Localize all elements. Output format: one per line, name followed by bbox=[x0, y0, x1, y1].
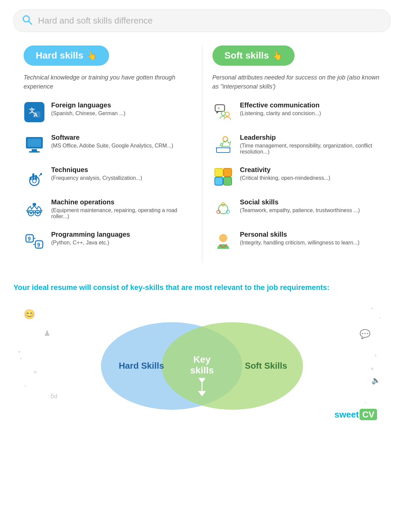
svg-rect-22 bbox=[33, 203, 36, 206]
skill-item-personal: Personal skills (Integrity, handling cri… bbox=[212, 231, 381, 252]
search-icon bbox=[22, 14, 33, 27]
skill-item-foreign: 文 A Foreign languages (Spanish, Chinese,… bbox=[24, 101, 192, 123]
venn-svg: Hard Skills Soft Skills Key skills bbox=[74, 312, 330, 413]
skill-item-techniques: Techniques (Frequency analysis, Crystall… bbox=[24, 166, 192, 188]
venn-diagram-wrapper: 😊 ♟ • × ○ бd • + • 💬 + × 🔈 ○ Hard Skills… bbox=[13, 302, 391, 423]
foreign-languages-icon: 文 A bbox=[24, 101, 45, 123]
svg-point-16 bbox=[40, 173, 42, 175]
svg-rect-37 bbox=[224, 168, 232, 176]
social-icon bbox=[212, 198, 234, 220]
bottom-section: Your ideal resume will consist of key-sk… bbox=[0, 270, 404, 423]
svg-point-31 bbox=[225, 112, 229, 116]
hard-skills-column: Hard skills 👆 Technical knowledge or tra… bbox=[13, 45, 202, 263]
venn-hard-label: Hard Skills bbox=[119, 361, 164, 371]
branding: sweetCV bbox=[335, 409, 377, 420]
personal-text: Personal skills (Integrity, handling cri… bbox=[240, 231, 360, 246]
communication-text: Effective communication (Listening, clar… bbox=[240, 101, 321, 117]
hand-icon-soft: 👆 bbox=[272, 51, 282, 60]
svg-rect-29 bbox=[215, 105, 225, 111]
main-content: Hard skills 👆 Technical knowledge or tra… bbox=[0, 45, 404, 263]
skill-item-social: Social skills (Teamwork, empathy, patien… bbox=[212, 198, 381, 220]
techniques-icon bbox=[24, 166, 45, 188]
svg-point-19 bbox=[30, 212, 32, 214]
svg-point-47 bbox=[219, 234, 227, 242]
skill-item-software: Software (MS Office, Adobe Suite, Google… bbox=[24, 134, 192, 155]
software-icon bbox=[24, 134, 45, 155]
software-text: Software (MS Office, Adobe Suite, Google… bbox=[51, 134, 173, 149]
venn-key-label-2: skills bbox=[190, 365, 214, 375]
svg-point-32 bbox=[221, 111, 225, 115]
soft-skills-header: Soft skills 👆 bbox=[212, 45, 295, 66]
programming-text: Programming languages (Python, C++, Java… bbox=[51, 231, 130, 246]
venn-title: Your ideal resume will consist of key-sk… bbox=[13, 283, 391, 292]
venn-key-label-1: Key bbox=[193, 354, 211, 365]
hard-skills-subtitle: Technical knowledge or training you have… bbox=[24, 73, 192, 91]
svg-rect-36 bbox=[215, 168, 223, 176]
skill-item-communication: ≡ Effective communication (Listening, cl… bbox=[212, 101, 381, 123]
creativity-icon bbox=[212, 166, 234, 188]
leadership-text: Leadership (Time management, responsibil… bbox=[240, 134, 381, 155]
soft-skills-title: Soft skills bbox=[225, 50, 269, 61]
skill-item-programming: 9 9 Programming languages (Python, C++, … bbox=[24, 231, 192, 252]
svg-point-20 bbox=[37, 212, 39, 214]
svg-line-1 bbox=[29, 21, 32, 24]
techniques-text: Techniques (Frequency analysis, Crystall… bbox=[51, 166, 142, 181]
svg-rect-35 bbox=[216, 148, 230, 153]
skill-item-machine: Machine operations (Equipment maintenanc… bbox=[24, 198, 192, 220]
svg-text:A: A bbox=[34, 112, 38, 118]
skill-item-creativity: Creativity (Critical thinking, open-mind… bbox=[212, 166, 381, 188]
personal-icon bbox=[212, 231, 234, 252]
skill-item-leadership: Leadership (Time management, responsibil… bbox=[212, 134, 381, 155]
svg-rect-7 bbox=[28, 139, 41, 147]
svg-rect-13 bbox=[30, 177, 32, 180]
svg-text:9: 9 bbox=[28, 236, 31, 242]
branding-sweet: sweet bbox=[335, 409, 359, 420]
svg-rect-9 bbox=[29, 151, 40, 153]
soft-skills-subtitle: Personal attributes needed for success o… bbox=[212, 73, 381, 91]
soft-skills-column: Soft skills 👆 Personal attributes needed… bbox=[202, 45, 391, 263]
hard-skills-header: Hard skills 👆 bbox=[24, 45, 109, 66]
venn-soft-label: Soft Skills bbox=[245, 361, 287, 371]
machine-text: Machine operations (Equipment maintenanc… bbox=[51, 198, 192, 220]
svg-rect-8 bbox=[32, 149, 37, 151]
venn-diagram: Hard Skills Soft Skills Key skills bbox=[13, 302, 391, 423]
svg-rect-39 bbox=[224, 177, 232, 185]
hand-icon-hard: 👆 bbox=[87, 51, 97, 60]
programming-icon: 9 9 bbox=[24, 231, 45, 252]
machine-icon bbox=[24, 198, 45, 220]
foreign-languages-text: Foreign languages (Spanish, Chinese, Ger… bbox=[51, 101, 126, 117]
branding-cv: CV bbox=[360, 409, 377, 420]
creativity-text: Creativity (Critical thinking, open-mind… bbox=[240, 166, 331, 181]
social-text: Social skills (Teamwork, empathy, patien… bbox=[240, 198, 360, 213]
leadership-icon bbox=[212, 134, 234, 155]
communication-icon: ≡ bbox=[212, 101, 234, 123]
svg-text:≡: ≡ bbox=[218, 106, 220, 110]
search-placeholder: Hard and soft skills difference bbox=[38, 15, 153, 26]
hard-skills-title: Hard skills bbox=[36, 50, 83, 61]
svg-rect-38 bbox=[215, 177, 223, 185]
svg-text:9: 9 bbox=[37, 242, 40, 248]
search-bar[interactable]: Hard and soft skills difference bbox=[13, 9, 391, 32]
